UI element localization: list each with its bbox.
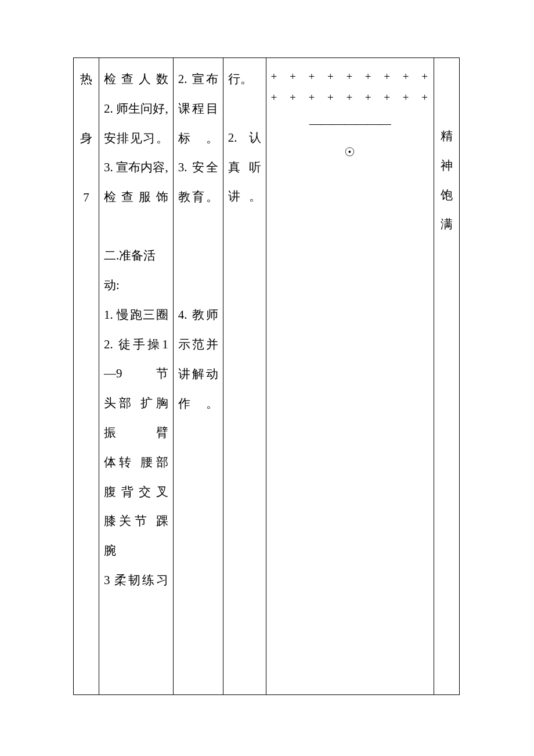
formation-line: ———————	[271, 110, 430, 138]
formation-teacher-marker: ☉	[271, 138, 430, 167]
teacher-block-2: 4. 教师示范并讲解动作。	[178, 300, 218, 418]
content-block-1: 检查人数 2. 师生问好,安排见习。 3. 宣布内容,检查服饰	[104, 64, 168, 212]
phase-duration: 7	[77, 183, 95, 213]
content-block-2-title: 二.准备活动:	[104, 241, 168, 300]
lesson-plan-table: 热 身 7 检查人数 2. 师生问好,安排见习。 3. 宣布内容,检查服饰 二.…	[73, 57, 460, 695]
phase-char-2: 身	[77, 124, 95, 153]
student-block-2: 2. 认真听讲。	[228, 123, 261, 211]
requirement-column: 精 神 饱 满	[434, 58, 460, 695]
req-char-1: 精	[438, 121, 456, 151]
formation-students-row2: + + + + + + + + +	[271, 87, 430, 108]
req-char-2: 神	[438, 151, 456, 181]
phase-char-1: 热	[77, 64, 95, 94]
phase-column: 热 身 7	[74, 58, 99, 695]
content-block-2-items: 1. 慢跑三圈 2. 徒手操1—9 节 头部 扩胸 振臂 体转 腰部 腹背交叉 …	[104, 300, 168, 595]
req-char-3: 饱	[438, 181, 456, 210]
formation-students-row1: + + + + + + + + +	[271, 66, 430, 87]
teacher-column: 2. 宣布课程目标。 3. 安全教育。 4. 教师示范并讲解动作。	[174, 58, 223, 695]
content-column: 检查人数 2. 师生问好,安排见习。 3. 宣布内容,检查服饰 二.准备活动: …	[99, 58, 174, 695]
student-column: 行。 2. 认真听讲。	[223, 58, 266, 695]
student-block-1: 行。	[228, 64, 261, 94]
teacher-block-1: 2. 宣布课程目标。 3. 安全教育。	[178, 64, 218, 212]
formation-column: + + + + + + + + + + + + + + + + + + ————…	[266, 58, 435, 695]
req-char-4: 满	[438, 210, 456, 239]
